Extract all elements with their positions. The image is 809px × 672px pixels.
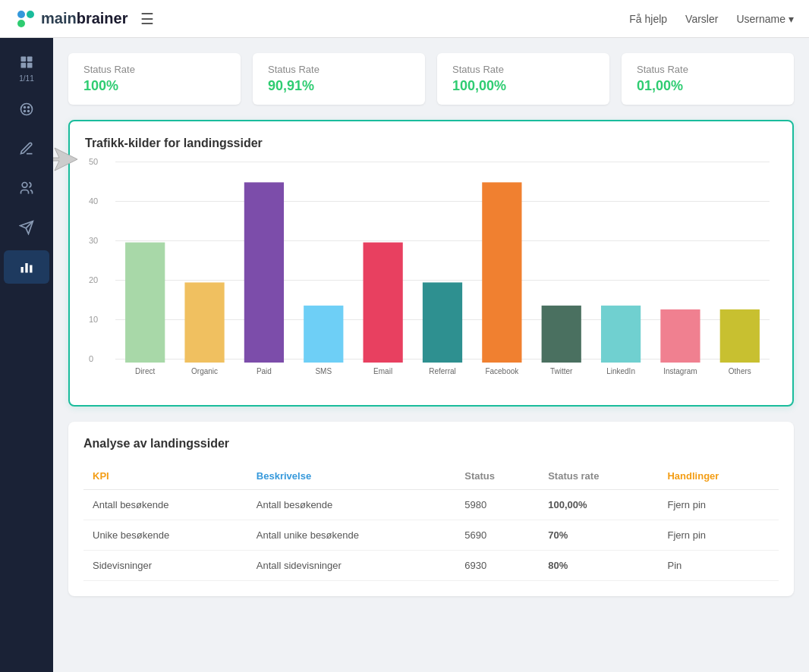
svg-rect-25 [482, 182, 521, 363]
svg-point-12 [22, 183, 27, 188]
username-menu[interactable]: Username ▾ [736, 13, 794, 25]
svg-rect-5 [21, 62, 27, 68]
svg-rect-19 [125, 243, 165, 363]
sidebar-item-users[interactable] [4, 171, 49, 205]
svg-rect-27 [601, 306, 641, 363]
help-link[interactable]: Få hjelp [629, 13, 667, 25]
status-card-2: Status Rate 90,91% [253, 53, 425, 105]
svg-rect-17 [30, 265, 32, 273]
x-label-email: Email [353, 363, 412, 390]
status-cards-row: Status Rate 100% Status Rate 90,91% Stat… [68, 53, 794, 105]
nav-right: Få hjelp Varsler Username ▾ [629, 13, 794, 25]
svg-point-11 [27, 110, 30, 112]
analysis-section: Analyse av landingssider KPI Beskrivelse… [68, 422, 794, 596]
svg-rect-24 [423, 282, 462, 363]
svg-rect-16 [25, 263, 27, 273]
send-icon [19, 220, 34, 235]
logo-text: mainbrainer [41, 10, 128, 27]
status-card-3: Status Rate 100,00% [437, 53, 609, 105]
th-status: Status [455, 463, 539, 490]
x-label-referral: Referral [413, 363, 472, 390]
td-status-1: 5980 [455, 490, 539, 520]
svg-rect-21 [244, 182, 284, 363]
th-handlinger: Handlinger [658, 463, 779, 490]
chart-section: Trafikk-kilder for landingssider 50 40 3… [68, 120, 794, 407]
y-label-30: 30 [89, 236, 98, 245]
page-indicator: 1/11 [19, 71, 33, 86]
svg-rect-22 [304, 306, 343, 363]
chart-title: Trafikk-kilder for landingssider [85, 137, 777, 150]
svg-rect-23 [364, 243, 403, 363]
td-action-2[interactable]: Fjern pin [658, 520, 779, 551]
td-action-3[interactable]: Pin [658, 551, 779, 581]
bar-chart-svg [115, 162, 770, 363]
status-card-3-label: Status Rate [452, 64, 594, 75]
x-label-others: Others [710, 363, 770, 390]
svg-rect-6 [27, 62, 33, 68]
y-label-50: 50 [89, 157, 98, 166]
sidebar-item-dashboard[interactable]: 1/11 [4, 53, 49, 86]
td-kpi-3: Sidevisninger [83, 551, 247, 581]
th-statusrate: Status rate [539, 463, 658, 490]
edit-icon [19, 141, 34, 156]
sidebar-item-send[interactable] [4, 211, 49, 244]
svg-point-0 [17, 11, 25, 18]
x-label-organic: Organic [175, 363, 234, 390]
status-card-2-label: Status Rate [268, 64, 410, 75]
svg-point-2 [17, 20, 25, 27]
x-label-direct: Direct [115, 363, 175, 390]
th-beskrivelse: Beskrivelse [247, 463, 455, 490]
sidebar-item-palette[interactable] [4, 93, 49, 126]
y-label-10: 10 [89, 315, 98, 324]
status-card-1-value: 100% [83, 78, 225, 94]
hamburger-menu[interactable]: ☰ [140, 10, 154, 28]
table-row-3: Sidevisninger Antall sidevisninger 6930 … [83, 551, 779, 581]
notifications-link[interactable]: Varsler [685, 13, 718, 25]
svg-rect-4 [27, 56, 33, 61]
chart-x-labels: Direct Organic Paid SMS Email Referral F… [115, 363, 770, 390]
x-label-linkedin: LinkedIn [591, 363, 650, 390]
sidebar-item-chart[interactable] [4, 250, 49, 284]
y-label-0: 0 [89, 354, 93, 363]
td-statusrate-1: 100,00% [539, 490, 658, 520]
sidebar-item-edit[interactable] [4, 132, 49, 165]
nav-left: mainbrainer ☰ [15, 8, 154, 30]
chart-area: 50 40 30 20 10 0 [85, 162, 777, 390]
td-beskrivelse-3: Antall sidevisninger [247, 551, 455, 581]
x-label-facebook: Facebook [472, 363, 531, 390]
td-kpi-2: Unike besøkende [83, 520, 247, 551]
table-header-row: KPI Beskrivelse Status Status rate Handl… [83, 463, 779, 490]
svg-rect-29 [720, 309, 760, 363]
svg-rect-3 [21, 56, 27, 61]
status-card-4: Status Rate 01,00% [622, 53, 794, 105]
th-kpi: KPI [83, 463, 247, 490]
status-card-1: Status Rate 100% [68, 53, 241, 105]
td-statusrate-2: 70% [539, 520, 658, 551]
users-icon [19, 181, 34, 196]
table-row-2: Unike besøkende Antall unike besøkende 5… [83, 520, 779, 551]
x-label-sms: SMS [294, 363, 353, 390]
chevron-down-icon: ▾ [789, 13, 794, 25]
x-label-instagram: Instagram [650, 363, 710, 390]
status-card-3-value: 100,00% [452, 78, 594, 94]
y-label-20: 20 [89, 275, 98, 284]
td-status-2: 5690 [455, 520, 539, 551]
logo: mainbrainer [15, 8, 128, 30]
table-row-1: Antall besøkende Antall besøkende 5980 1… [83, 490, 779, 520]
svg-rect-15 [21, 267, 24, 273]
td-action-1[interactable]: Fjern pin [658, 490, 779, 520]
dashboard-icon [19, 55, 34, 70]
svg-point-9 [27, 106, 30, 108]
x-label-twitter: Twitter [532, 363, 591, 390]
status-card-1-label: Status Rate [83, 64, 225, 75]
analysis-table: KPI Beskrivelse Status Status rate Handl… [83, 463, 779, 581]
td-statusrate-3: 80% [539, 551, 658, 581]
main-content: Status Rate 100% Status Rate 90,91% Stat… [53, 38, 809, 672]
svg-point-10 [24, 110, 26, 112]
svg-rect-26 [542, 306, 581, 363]
y-label-40: 40 [89, 196, 98, 206]
td-status-3: 6930 [455, 551, 539, 581]
sidebar: 1/11 [0, 38, 53, 672]
td-kpi-1: Antall besøkende [83, 490, 247, 520]
td-beskrivelse-1: Antall besøkende [247, 490, 455, 520]
